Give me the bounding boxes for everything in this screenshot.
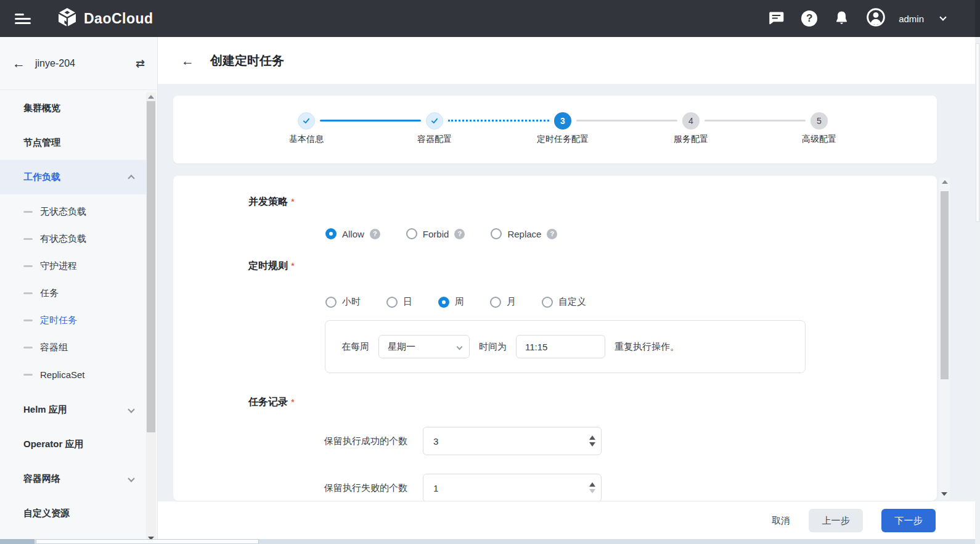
brand-name: DaoCloud <box>84 10 153 27</box>
sidebar-item-jobs[interactable]: 任务 <box>0 279 146 307</box>
help-tooltip-icon[interactable]: ? <box>547 229 557 239</box>
weekly-schedule-box: 在每周 星期一 时间为 重复执行操作。 <box>325 320 806 373</box>
radio-unselected-icon[interactable] <box>491 228 502 239</box>
radio-unselected-icon[interactable] <box>406 228 417 239</box>
step-5-label: 高级配置 <box>770 134 868 145</box>
scrollbar-thumb[interactable] <box>147 101 155 432</box>
scroll-up-icon[interactable] <box>942 180 948 184</box>
radio-unselected-icon[interactable] <box>490 297 501 308</box>
previous-step-button[interactable]: 上一步 <box>809 509 863 532</box>
help-tooltip-icon[interactable]: ? <box>370 229 380 239</box>
concurrency-policy-label: 并发策略* <box>248 196 295 208</box>
radio-allow[interactable]: Allow ? <box>325 228 380 239</box>
topbar-actions: ? admin <box>768 7 945 30</box>
stepper-down-icon[interactable] <box>589 442 595 447</box>
dash-icon <box>23 319 33 321</box>
sidebar-item-pods[interactable]: 容器组 <box>0 334 146 361</box>
radio-forbid[interactable]: Forbid ? <box>406 228 465 239</box>
page-title: 创建定时任务 <box>210 52 284 69</box>
form-scrollbar[interactable] <box>939 178 950 500</box>
sidebar-item-statefulsets[interactable]: 有状态负载 <box>0 225 146 252</box>
radio-replace[interactable]: Replace ? <box>491 228 557 239</box>
select-chevron-down-icon <box>457 344 463 350</box>
daocloud-logo-icon <box>57 7 78 30</box>
username-label: admin <box>899 14 924 24</box>
scrollbar-thumb[interactable] <box>976 43 979 222</box>
menu-toggle-icon[interactable] <box>15 14 31 24</box>
window-scrollbar[interactable] <box>975 0 980 544</box>
radio-hourly[interactable]: 小时 <box>325 296 361 308</box>
user-menu-chevron-down-icon[interactable] <box>939 14 946 20</box>
chevron-down-icon <box>128 475 134 482</box>
sidebar-item-node-management[interactable]: 节点管理 <box>0 125 146 160</box>
successful-jobs-input[interactable] <box>423 427 602 455</box>
help-icon[interactable]: ? <box>801 10 817 27</box>
job-history-label: 任务记录* <box>248 396 295 409</box>
radio-unselected-icon[interactable] <box>325 297 337 308</box>
message-icon[interactable] <box>768 9 785 28</box>
sidebar-item-helm-apps[interactable]: Helm 应用 <box>0 392 146 427</box>
weekday-select[interactable]: 星期一 <box>378 335 470 358</box>
number-stepper[interactable] <box>589 482 595 493</box>
radio-monthly[interactable]: 月 <box>490 296 516 308</box>
stepper-up-icon[interactable] <box>589 435 595 440</box>
step-3-circle[interactable]: 3 <box>554 112 571 130</box>
scrollbar-track-top <box>975 0 980 37</box>
notification-bell-icon[interactable] <box>834 9 849 28</box>
radio-unselected-icon[interactable] <box>386 297 398 308</box>
required-mark: * <box>291 196 295 207</box>
scroll-up-icon[interactable] <box>148 95 154 99</box>
sidebar-scrollbar[interactable] <box>146 93 156 544</box>
sidebar-item-deployments[interactable]: 无状态负载 <box>0 198 146 225</box>
scrollbar-thumb[interactable] <box>36 539 259 544</box>
sidebar-item-container-network[interactable]: 容器网络 <box>0 461 146 496</box>
chevron-up-icon <box>128 175 134 181</box>
sidebar-item-daemonsets[interactable]: 守护进程 <box>0 252 146 279</box>
schedule-suffix-label: 重复执行操作。 <box>615 341 679 353</box>
horizontal-scrollbar[interactable] <box>0 539 975 544</box>
user-avatar[interactable] <box>866 7 886 30</box>
radio-unselected-icon[interactable] <box>542 297 553 308</box>
next-step-button[interactable]: 下一步 <box>881 509 936 532</box>
time-input[interactable] <box>516 335 605 358</box>
sidebar-item-replicaset[interactable]: ReplicaSet <box>0 361 146 388</box>
radio-selected-icon[interactable] <box>325 228 337 239</box>
stepper-up-icon[interactable] <box>589 482 595 487</box>
cluster-back-icon[interactable]: ← <box>12 57 25 70</box>
cancel-button[interactable]: 取消 <box>772 515 790 527</box>
step-2-check-icon[interactable] <box>426 112 443 130</box>
switch-cluster-icon[interactable]: ⇄ <box>136 57 145 70</box>
help-tooltip-icon[interactable]: ? <box>454 229 465 239</box>
dash-icon <box>23 374 33 376</box>
radio-custom[interactable]: 自定义 <box>542 296 586 308</box>
scrollbar-thumb[interactable] <box>941 191 949 379</box>
successful-jobs-label: 保留执行成功的个数 <box>235 435 407 447</box>
step-3-label: 定时任务配置 <box>513 134 612 145</box>
concurrency-policy-radio-group: Allow ? Forbid ? Replace ? <box>325 228 557 239</box>
schedule-rule-label: 定时规则* <box>248 260 295 273</box>
sidebar-item-cluster-overview[interactable]: 集群概览 <box>0 91 146 125</box>
page-back-icon[interactable]: ← <box>181 54 194 67</box>
stepper-down-icon[interactable] <box>589 489 595 493</box>
step-4-label: 服务配置 <box>642 134 740 145</box>
schedule-rule-radio-group: 小时 日 周 月 自定义 <box>325 296 586 308</box>
sidebar-item-operator-apps[interactable]: Operator 应用 <box>0 427 146 461</box>
page-header: ← 创建定时任务 <box>158 37 980 84</box>
radio-selected-icon[interactable] <box>438 297 449 308</box>
sidebar-item-workloads[interactable]: 工作负载 <box>0 160 146 194</box>
required-mark: * <box>291 397 295 407</box>
number-stepper[interactable] <box>589 435 595 447</box>
radio-daily[interactable]: 日 <box>386 296 412 308</box>
step-5-circle[interactable]: 5 <box>811 112 828 130</box>
radio-weekly[interactable]: 周 <box>438 296 464 308</box>
cronjob-config-form: 并发策略* Allow ? Forbid ? Replace ? 定时规则* 小… <box>173 176 937 501</box>
step-connector <box>448 120 549 122</box>
failed-jobs-input[interactable] <box>423 474 602 501</box>
step-1-check-icon[interactable] <box>298 112 315 130</box>
schedule-prefix-label: 在每周 <box>341 341 369 353</box>
step-1-label: 基本信息 <box>257 134 356 145</box>
sidebar-item-cronjobs[interactable]: 定时任务 <box>0 307 146 334</box>
scroll-down-icon[interactable] <box>941 492 947 496</box>
sidebar-item-custom-resources[interactable]: 自定义资源 <box>0 496 146 530</box>
step-4-circle[interactable]: 4 <box>682 112 700 130</box>
